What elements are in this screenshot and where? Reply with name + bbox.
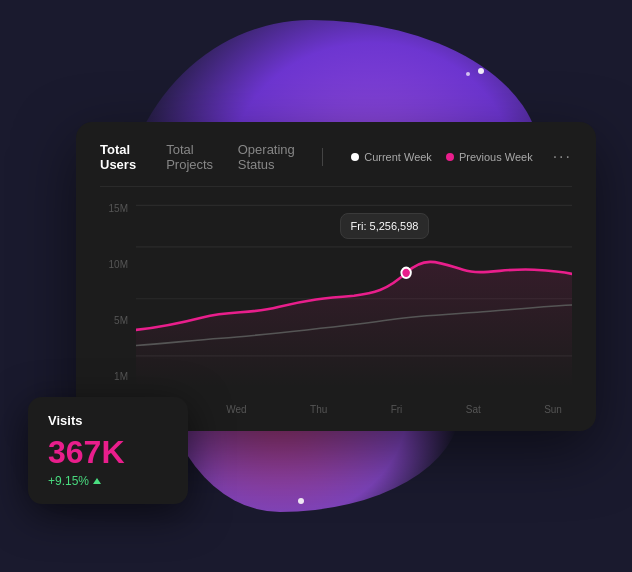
- visits-label: Visits: [48, 413, 168, 428]
- tab-total-projects[interactable]: Total Projects: [166, 142, 218, 172]
- chart-tooltip: Fri: 5,256,598: [340, 213, 430, 239]
- tab-operating-status[interactable]: Operating Status: [238, 142, 302, 172]
- tooltip-text: Fri: 5,256,598: [351, 220, 419, 232]
- legend-dot-current: [351, 153, 359, 161]
- x-axis: Tue Wed Thu Fri Sat Sun: [136, 404, 572, 415]
- legend-dot-previous: [446, 153, 454, 161]
- nav-tabs: Total Users Total Projects Operating Sta…: [100, 142, 302, 172]
- arrow-up-icon: [93, 478, 101, 484]
- legend-previous-week: Previous Week: [446, 151, 533, 163]
- x-label-thu: Thu: [310, 404, 327, 415]
- decorative-dot-top2: [466, 72, 470, 76]
- legend-previous-label: Previous Week: [459, 151, 533, 163]
- x-label-fri: Fri: [391, 404, 403, 415]
- x-label-sat: Sat: [466, 404, 481, 415]
- visits-change: +9.15%: [48, 474, 168, 488]
- visits-card: Visits 367K +9.15%: [28, 397, 188, 504]
- more-options-button[interactable]: ···: [553, 148, 572, 166]
- legend-current-week: Current Week: [351, 151, 432, 163]
- decorative-dot-bottom: [298, 498, 304, 504]
- header-divider: [322, 148, 323, 166]
- legend-current-label: Current Week: [364, 151, 432, 163]
- y-axis: 15M 10M 5M 1M: [100, 195, 128, 387]
- dashboard-card: Total Users Total Projects Operating Sta…: [76, 122, 596, 431]
- y-label-5m: 5M: [100, 315, 128, 326]
- y-label-15m: 15M: [100, 203, 128, 214]
- decorative-dot-top: [478, 68, 484, 74]
- card-header: Total Users Total Projects Operating Sta…: [100, 142, 572, 187]
- x-label-sun: Sun: [544, 404, 562, 415]
- y-label-10m: 10M: [100, 259, 128, 270]
- chart-legend: Current Week Previous Week: [351, 151, 532, 163]
- visits-value: 367K: [48, 436, 168, 468]
- visits-change-text: +9.15%: [48, 474, 89, 488]
- x-label-wed: Wed: [226, 404, 246, 415]
- y-label-1m: 1M: [100, 371, 128, 382]
- tab-total-users[interactable]: Total Users: [100, 142, 146, 172]
- chart-svg-container: Fri: 5,256,598: [136, 195, 572, 387]
- chart-area: 15M 10M 5M 1M: [100, 195, 572, 415]
- svg-point-4: [401, 267, 410, 277]
